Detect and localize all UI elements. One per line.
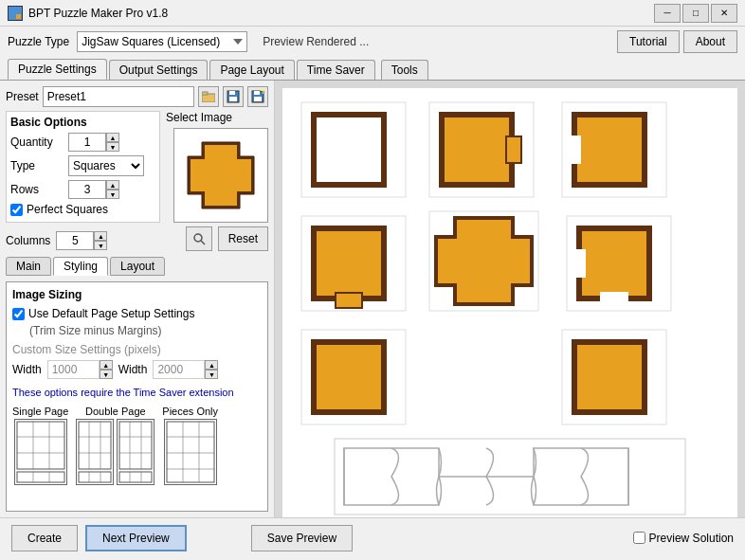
quantity-input[interactable] bbox=[68, 133, 106, 152]
columns-input-group: ▲ ▼ bbox=[56, 231, 107, 250]
svg-text:+: + bbox=[260, 90, 264, 98]
preview-solution-label: Preview Solution bbox=[649, 532, 734, 545]
close-button[interactable]: ✕ bbox=[711, 4, 737, 23]
width2-down[interactable]: ▼ bbox=[205, 370, 218, 379]
svg-rect-50 bbox=[445, 117, 509, 182]
preview-solution-row: Preview Solution bbox=[633, 532, 734, 545]
puzzle-type-label: Puzzle Type bbox=[8, 35, 69, 48]
double-page-right bbox=[117, 419, 154, 485]
width1-label: Width bbox=[12, 363, 42, 376]
reset-button[interactable]: Reset bbox=[218, 226, 268, 251]
width1-input[interactable] bbox=[47, 360, 100, 379]
single-page-label: Single Page bbox=[12, 406, 68, 417]
extension-note: These options require the Time Saver ext… bbox=[12, 387, 262, 398]
maximize-button[interactable]: □ bbox=[682, 4, 709, 23]
double-page-preview[interactable] bbox=[76, 419, 154, 485]
tab-time-saver[interactable]: Time Saver bbox=[297, 60, 375, 80]
image-sizing-title: Image Sizing bbox=[12, 288, 262, 301]
use-default-row: Use Default Page Setup Settings bbox=[12, 307, 262, 320]
double-page-left bbox=[76, 419, 114, 485]
pieces-only-label: Pieces Only bbox=[162, 406, 218, 417]
pieces-only-item: Pieces Only bbox=[162, 406, 218, 485]
columns-label: Columns bbox=[6, 234, 50, 247]
tutorial-button[interactable]: Tutorial bbox=[617, 30, 680, 53]
preview-solution-checkbox[interactable] bbox=[633, 532, 645, 544]
quantity-up[interactable]: ▲ bbox=[106, 133, 119, 142]
sub-tab-layout[interactable]: Layout bbox=[110, 257, 165, 276]
title-bar-left: BPT Puzzle Maker Pro v1.8 bbox=[8, 6, 168, 21]
single-page-item: Single Page bbox=[12, 406, 68, 485]
puzzle-type-select[interactable]: JigSaw Squares (Licensed) bbox=[77, 31, 247, 52]
preset-saveas-button[interactable]: + bbox=[247, 86, 268, 107]
basic-options: Basic Options Quantity ▲ ▼ Type Squares bbox=[6, 111, 160, 223]
width2-group: ▲ ▼ bbox=[153, 360, 218, 379]
image-preview-svg bbox=[178, 133, 263, 218]
svg-rect-31 bbox=[119, 422, 152, 469]
title-bar: BPT Puzzle Maker Pro v1.8 ─ □ ✕ bbox=[0, 0, 745, 27]
columns-row: Columns ▲ ▼ bbox=[6, 231, 107, 250]
left-panel: Preset + bbox=[0, 81, 275, 517]
search-icon bbox=[192, 232, 206, 245]
create-button[interactable]: Create bbox=[11, 525, 78, 551]
width1-up[interactable]: ▲ bbox=[100, 360, 113, 370]
minimize-button[interactable]: ─ bbox=[654, 4, 681, 23]
preset-save-button[interactable] bbox=[223, 86, 244, 107]
preview-label: Preview Rendered ... bbox=[263, 35, 369, 48]
use-default-checkbox[interactable] bbox=[12, 308, 25, 320]
svg-rect-3 bbox=[16, 14, 21, 19]
search-button[interactable] bbox=[186, 226, 212, 251]
pieces-only-preview[interactable] bbox=[164, 419, 217, 485]
tab-puzzle-settings[interactable]: Puzzle Settings bbox=[8, 59, 107, 80]
custom-size-row: Width ▲ ▼ Width ▲ ▼ bbox=[12, 360, 262, 379]
preset-input[interactable] bbox=[43, 86, 194, 107]
rows-input[interactable] bbox=[68, 180, 106, 199]
svg-rect-67 bbox=[457, 239, 511, 283]
svg-rect-56 bbox=[572, 135, 581, 164]
tab-page-layout[interactable]: Page Layout bbox=[209, 60, 294, 80]
save-preview-button[interactable]: Save Preview bbox=[251, 525, 353, 551]
width2-label: Width bbox=[118, 363, 148, 376]
type-select[interactable]: Squares bbox=[68, 155, 144, 176]
select-image-label: Select Image bbox=[166, 111, 232, 124]
svg-rect-61 bbox=[336, 294, 361, 307]
svg-rect-7 bbox=[229, 91, 235, 95]
rows-spinners: ▲ ▼ bbox=[106, 180, 119, 199]
image-preview-box[interactable] bbox=[173, 128, 268, 223]
columns-down[interactable]: ▼ bbox=[94, 241, 107, 250]
perfect-squares-label: Perfect Squares bbox=[27, 203, 108, 216]
tab-output-settings[interactable]: Output Settings bbox=[109, 60, 209, 80]
about-button[interactable]: About bbox=[683, 30, 737, 53]
puzzle-preview-svg bbox=[282, 88, 737, 517]
width2-up[interactable]: ▲ bbox=[205, 360, 218, 370]
quantity-down[interactable]: ▼ bbox=[106, 142, 119, 152]
select-image-section: Select Image bbox=[166, 111, 268, 223]
single-page-preview[interactable] bbox=[14, 419, 67, 485]
sub-tab-styling[interactable]: Styling bbox=[53, 257, 108, 276]
rows-down[interactable]: ▼ bbox=[106, 190, 119, 199]
preview-canvas bbox=[282, 88, 737, 517]
svg-rect-39 bbox=[167, 422, 214, 482]
width1-down[interactable]: ▼ bbox=[100, 370, 113, 379]
width2-input[interactable] bbox=[153, 360, 205, 379]
perfect-squares-checkbox[interactable] bbox=[10, 204, 23, 216]
next-preview-button[interactable]: Next Preview bbox=[85, 525, 187, 551]
use-default-label: Use Default Page Setup Settings bbox=[28, 307, 194, 320]
window-controls: ─ □ ✕ bbox=[654, 4, 737, 23]
trim-note: (Trim Size minus Margins) bbox=[29, 324, 262, 337]
sub-tab-main[interactable]: Main bbox=[6, 257, 51, 276]
columns-input[interactable] bbox=[56, 231, 94, 250]
svg-rect-36 bbox=[119, 472, 152, 482]
bottom-bar: Create Next Preview Save Preview Preview… bbox=[0, 517, 745, 557]
rows-up[interactable]: ▲ bbox=[106, 180, 119, 190]
preset-folder-button[interactable] bbox=[198, 86, 219, 107]
sub-panel[interactable]: Image Sizing Use Default Page Setup Sett… bbox=[6, 281, 268, 512]
main-tabs: Puzzle Settings Output Settings Page Lay… bbox=[0, 57, 745, 81]
rows-label: Rows bbox=[10, 183, 63, 196]
columns-up[interactable]: ▲ bbox=[94, 231, 107, 241]
type-row: Type Squares bbox=[10, 155, 155, 176]
svg-rect-55 bbox=[577, 117, 642, 182]
search-reset-row: Reset bbox=[186, 226, 268, 251]
svg-rect-2 bbox=[9, 14, 14, 19]
quantity-spinners: ▲ ▼ bbox=[106, 133, 119, 152]
tab-tools[interactable]: Tools bbox=[381, 60, 428, 80]
